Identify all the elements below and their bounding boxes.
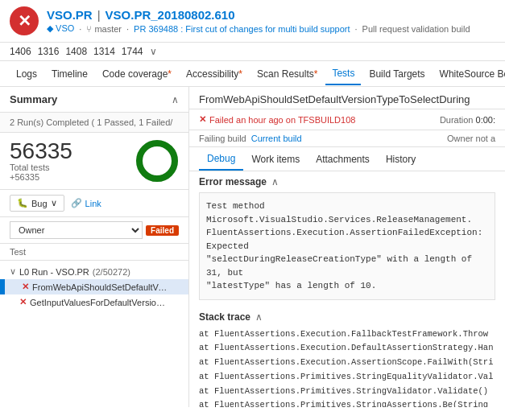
nav-code-coverage[interactable]: Code coverage*: [96, 64, 178, 84]
fail-status: ✕ Failed an hour ago on TFSBUILD108: [199, 114, 355, 125]
nav-whitesource[interactable]: WhiteSource Bolt Build Report: [433, 64, 505, 84]
tab-work-items[interactable]: Work items: [243, 149, 308, 170]
number-1316[interactable]: 1316: [38, 46, 60, 57]
group-count: (2/50272): [93, 267, 130, 277]
vso-tag: ◆ VSO: [47, 23, 74, 34]
total-tests-delta: +56335: [10, 172, 72, 182]
status-text: Failed an hour ago on TFSBUILD108: [209, 115, 355, 125]
tab-attachments[interactable]: Attachments: [308, 149, 378, 170]
summary-section-header: Summary ∧: [0, 87, 188, 113]
bug-button[interactable]: 🐛 Bug ∨: [10, 195, 64, 212]
bug-chevron-icon: ∨: [51, 198, 57, 208]
right-status-row: ✕ Failed an hour ago on TFSBUILD108 Dura…: [189, 109, 505, 130]
nav-scan-results[interactable]: Scan Results*: [250, 64, 324, 84]
stack-trace-section: Stack trace ∧ at FluentAssertions.Execut…: [189, 307, 505, 408]
error-message-text: Test method Microsoft.VisualStudio.Servi…: [206, 201, 488, 290]
runs-info: 2 Run(s) Completed ( 1 Passed, 1 Failed/: [0, 113, 188, 133]
branch-tag: ⑂ master: [86, 24, 122, 34]
nav-build-targets[interactable]: Build Targets: [362, 64, 431, 84]
current-build-link[interactable]: Current build: [251, 134, 302, 143]
test-group-header[interactable]: ∨ L0 Run - VSO.PR (2/50272): [10, 264, 179, 279]
error-section-title: Error message: [199, 176, 267, 187]
stack-trace-section-header[interactable]: Stack trace ∧: [189, 307, 505, 327]
group-label: L0 Run - VSO.PR: [19, 267, 89, 277]
build-type: Pull request validation build: [362, 24, 470, 34]
error-message-box: Test method Microsoft.VisualStudio.Servi…: [199, 192, 495, 300]
detail-tabs: Debug Work items Attachments History: [189, 147, 505, 171]
bug-icon: 🐛: [17, 198, 28, 208]
numbers-chevron[interactable]: ∨: [150, 46, 157, 57]
test-item-1[interactable]: ✕ GetInputValuesForDefaultVersionShould: [10, 294, 179, 310]
test-item-0[interactable]: ✕ FromWebApiShouldSetDefaultVersionT: [0, 279, 188, 294]
error-section-chevron-icon: ∧: [271, 176, 279, 187]
main-content: Summary ∧ 2 Run(s) Completed ( 1 Passed,…: [0, 87, 505, 407]
stack-line-0: at FluentAssertions.Execution.FallbackTe…: [199, 327, 495, 342]
stack-line-3: at FluentAssertions.Primitives.StringEqu…: [199, 370, 495, 385]
stack-line-5: at FluentAssertions.Primitives.StringAss…: [199, 398, 495, 407]
stack-line-4: at FluentAssertions.Primitives.StringVal…: [199, 385, 495, 399]
detail-content: Error message ∧ Test method Microsoft.Vi…: [189, 171, 505, 407]
test-name-1: GetInputValuesForDefaultVersionShould: [30, 298, 167, 307]
nav-bar: Logs Timeline Code coverage* Accessibili…: [0, 61, 505, 87]
status-x-icon: ✕: [199, 114, 206, 125]
group-collapse-icon: ∨: [10, 266, 16, 277]
right-test-header: FromWebApiShouldSetDefaultVersionTypeToS…: [189, 87, 505, 109]
stack-line-2: at FluentAssertions.Execution.AssertionS…: [199, 356, 495, 370]
link-button[interactable]: 🔗 Link: [71, 198, 101, 208]
owner-filter[interactable]: Owner: [10, 221, 143, 239]
duration-value: 0:00:: [476, 115, 495, 125]
build-title-prefix: VSO.PR: [47, 8, 93, 22]
header: ✕ VSO.PR | VSO.PR_20180802.610 ◆ VSO · ⑂…: [0, 0, 505, 61]
stack-section-title: Stack trace: [199, 311, 250, 323]
action-row: 🐛 Bug ∨ 🔗 Link: [0, 190, 188, 217]
tab-debug[interactable]: Debug: [199, 148, 243, 171]
donut-chart: [135, 139, 179, 183]
total-tests-count: 56335: [10, 140, 72, 163]
test-fail-icon-0: ✕: [22, 282, 29, 292]
stack-section-chevron-icon: ∧: [255, 311, 263, 323]
build-row: Failing build Current build Owner not a: [189, 130, 505, 147]
stats-row: 56335 Total tests +56335: [0, 133, 188, 190]
failed-badge[interactable]: Failed: [146, 225, 179, 236]
build-status-icon: ✕: [10, 6, 39, 35]
owner-row: Owner not a: [447, 134, 495, 143]
donut-svg: [135, 139, 179, 183]
summary-title: Summary: [10, 93, 57, 105]
stack-line-1: at FluentAssertions.Execution.DefaultAss…: [199, 341, 495, 356]
filter-row: Owner Failed: [0, 217, 188, 244]
test-name-0: FromWebApiShouldSetDefaultVersionT: [32, 282, 169, 292]
link-label: Link: [85, 199, 101, 208]
error-message-section-header[interactable]: Error message ∧: [189, 171, 505, 192]
number-1744[interactable]: 1744: [122, 46, 143, 57]
pr-info[interactable]: PR 369488 : First cut of changes for mul…: [134, 24, 350, 34]
total-tests-label: Total tests: [10, 163, 72, 172]
number-1314[interactable]: 1314: [93, 46, 115, 57]
number-1406[interactable]: 1406: [10, 46, 31, 57]
summary-chevron-icon[interactable]: ∧: [172, 94, 179, 105]
duration-info: Duration 0:00:: [440, 115, 495, 125]
test-group: ∨ L0 Run - VSO.PR (2/50272) ✕ FromWebApi…: [0, 261, 188, 313]
tab-history[interactable]: History: [378, 149, 424, 170]
nav-logs[interactable]: Logs: [10, 64, 43, 84]
nav-timeline[interactable]: Timeline: [45, 64, 94, 84]
owner-label: Owner: [447, 134, 473, 143]
stack-trace-box: at FluentAssertions.Execution.FallbackTe…: [199, 327, 495, 408]
stats-info: 56335 Total tests +56335: [10, 140, 72, 182]
left-panel: Summary ∧ 2 Run(s) Completed ( 1 Passed,…: [0, 87, 189, 407]
test-fail-icon-1: ✕: [19, 297, 27, 307]
build-title-id[interactable]: VSO.PR_20180802.610: [106, 8, 235, 22]
bug-label: Bug: [31, 199, 48, 208]
owner-value: not a: [476, 134, 495, 143]
test-filter-label: Test: [0, 244, 188, 261]
number-1408[interactable]: 1408: [65, 46, 87, 57]
build-numbers: 1406 1316 1408 1314 1744 ∨: [0, 43, 505, 61]
nav-tests[interactable]: Tests: [325, 63, 361, 85]
duration-label: Duration: [440, 115, 474, 125]
failing-build-label: Failing build: [199, 134, 246, 143]
nav-accessibility[interactable]: Accessibility*: [180, 64, 249, 84]
link-icon: 🔗: [71, 198, 82, 208]
right-panel: FromWebApiShouldSetDefaultVersionTypeToS…: [189, 87, 505, 407]
svg-point-2: [146, 150, 168, 172]
right-test-title: FromWebApiShouldSetDefaultVersionTypeToS…: [199, 93, 495, 105]
